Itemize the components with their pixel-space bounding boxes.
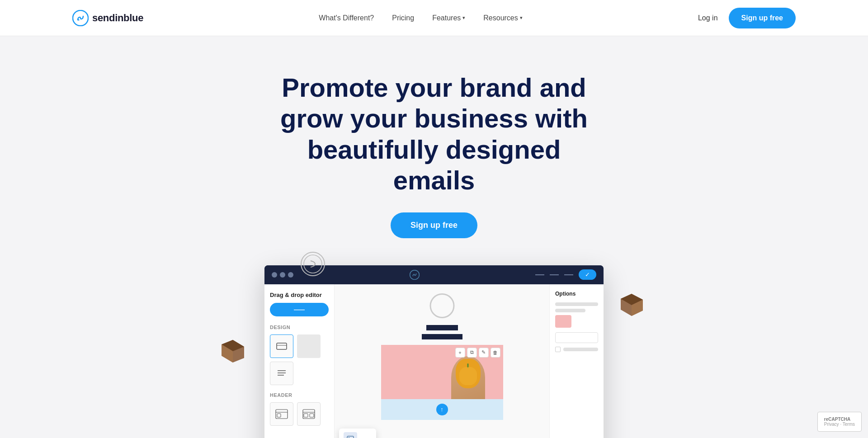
sidebar-item-2[interactable] <box>297 334 321 358</box>
titlebar-dot-1 <box>272 272 277 278</box>
nav-links: What's Different? Pricing Features ▾ Res… <box>319 14 522 22</box>
recaptcha-badge: reCAPTCHA Privacy · Terms <box>817 412 862 432</box>
titlebar-dot-3 <box>288 272 293 278</box>
hero-title: Promote your brand and grow your busines… <box>276 72 592 196</box>
svg-rect-11 <box>277 343 287 349</box>
signup-button-nav[interactable]: Sign up free <box>729 8 796 28</box>
maximize-icon <box>550 274 559 275</box>
upload-icon: ↑ <box>436 404 448 415</box>
options-line-1 <box>555 302 598 306</box>
svg-point-3 <box>304 255 322 273</box>
add-block-button[interactable]: + <box>455 348 465 358</box>
nav-actions: Log in Sign up free <box>698 8 796 28</box>
email-content-blocks <box>381 325 503 345</box>
sidebar-title: Drag & drop editor <box>270 292 329 298</box>
card-overlay: ☞ <box>339 429 376 438</box>
upload-area: ↑ <box>381 399 503 420</box>
svg-point-2 <box>301 252 325 276</box>
app-sidebar: Drag & drop editor —— Design Header <box>264 284 335 438</box>
app-body: Drag & drop editor —— Design Header <box>264 284 604 438</box>
email-header-bar <box>426 325 458 330</box>
pumpkin-illustration <box>456 359 481 388</box>
options-checkbox-row <box>555 347 598 352</box>
play-circle-icon <box>429 293 454 318</box>
sidebar-item-1[interactable] <box>270 334 293 358</box>
close-icon <box>564 274 573 275</box>
titlebar-dots <box>272 272 293 278</box>
app-options-panel: Options <box>549 284 604 438</box>
deco-cube-left <box>219 338 246 365</box>
minimize-icon <box>535 274 544 275</box>
email-image-area: + ⧉ ✎ 🗑 <box>381 345 503 399</box>
app-screenshot-area: ✓ Drag & drop editor —— Design <box>264 265 604 438</box>
titlebar-confirm-button[interactable]: ✓ <box>579 269 596 280</box>
sidebar-design-label: Design <box>270 325 329 330</box>
sidebar-item-3[interactable] <box>270 362 293 385</box>
signup-button-hero[interactable]: Sign up free <box>391 212 477 238</box>
copy-block-button[interactable]: ⧉ <box>467 348 477 358</box>
titlebar-logo <box>410 270 420 280</box>
sendinblue-logo-icon <box>72 10 89 26</box>
hero-section: Promote your brand and grow your busines… <box>0 36 868 438</box>
sidebar-header-item-1[interactable] <box>270 402 293 426</box>
sidebar-header-label: Header <box>270 392 329 398</box>
chevron-down-icon: ▾ <box>462 15 465 21</box>
app-editor: + ⧉ ✎ 🗑 ↑ <box>335 284 549 438</box>
navbar: sendinblue What's Different? Pricing Fea… <box>0 0 868 36</box>
app-window: ✓ Drag & drop editor —— Design <box>264 265 604 438</box>
sidebar-header-items <box>270 402 329 426</box>
nav-whats-different[interactable]: What's Different? <box>319 14 374 22</box>
recaptcha-subtext: Privacy · Terms <box>824 422 855 427</box>
titlebar-actions: ✓ <box>535 269 596 280</box>
nav-features[interactable]: Features ▾ <box>432 14 465 22</box>
sidebar-header-item-2[interactable] <box>297 402 321 426</box>
svg-rect-18 <box>277 414 281 417</box>
delete-block-button[interactable]: 🗑 <box>491 348 500 358</box>
options-line-2 <box>555 309 585 312</box>
image-action-buttons: + ⧉ ✎ 🗑 <box>455 348 500 358</box>
email-subheader-bar <box>422 334 462 339</box>
login-button[interactable]: Log in <box>698 14 718 22</box>
svg-point-1 <box>78 19 80 20</box>
logo[interactable]: sendinblue <box>72 10 143 26</box>
titlebar-dot-2 <box>280 272 285 278</box>
deco-cube-right <box>619 292 644 317</box>
nav-pricing[interactable]: Pricing <box>392 14 414 22</box>
sidebar-design-items <box>270 334 329 385</box>
svg-rect-21 <box>304 414 308 417</box>
chevron-down-icon: ▾ <box>520 15 523 21</box>
card-image-icon <box>344 432 357 438</box>
options-input-1[interactable] <box>555 332 598 343</box>
options-color-swatch[interactable] <box>555 315 571 328</box>
recaptcha-text: reCAPTCHA <box>824 417 855 422</box>
deco-coin <box>301 252 326 277</box>
svg-rect-22 <box>310 414 314 417</box>
options-title: Options <box>555 291 598 297</box>
check-icon: ✓ <box>585 271 590 278</box>
sidebar-action-button[interactable]: —— <box>270 303 329 316</box>
logo-text: sendinblue <box>92 12 143 24</box>
options-check-label <box>563 348 598 351</box>
edit-block-button[interactable]: ✎ <box>479 348 489 358</box>
options-checkbox[interactable] <box>555 347 561 352</box>
nav-resources[interactable]: Resources ▾ <box>483 14 522 22</box>
svg-rect-23 <box>347 436 354 438</box>
